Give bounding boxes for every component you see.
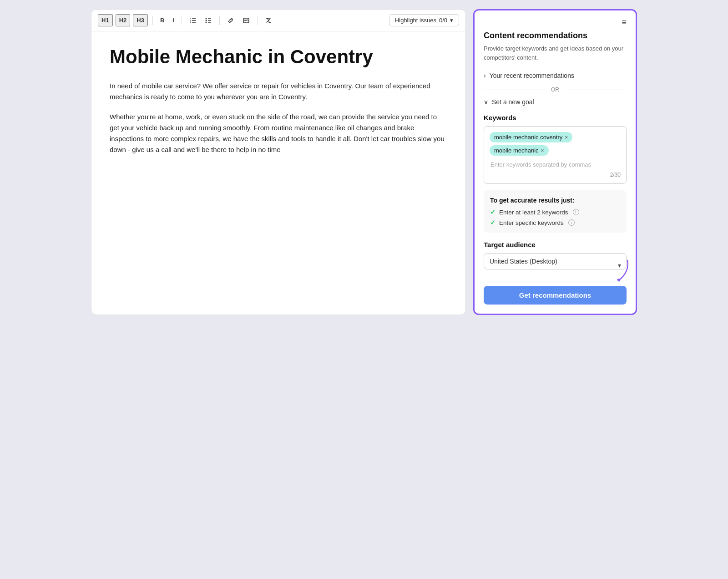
audience-select-wrap: United States (Desktop) United Kingdom (… xyxy=(484,253,627,278)
or-text: OR xyxy=(551,86,559,93)
article-title: Mobile Mechanic in Coventry xyxy=(110,46,447,68)
editor-panel: H1 H2 H3 B I 1 2 3 xyxy=(91,9,466,315)
highlight-issues-label: Highlight issues xyxy=(395,17,436,24)
toolbar-separator-3 xyxy=(219,16,220,25)
keyword-tag-2: mobile mechanic × xyxy=(490,145,549,156)
italic-button[interactable]: I xyxy=(170,15,177,25)
accuracy-item-2-text: Enter specific keywords xyxy=(499,219,564,226)
target-audience-label: Target audience xyxy=(484,241,627,249)
sidebar-title: Content recommendations xyxy=(484,31,627,41)
audience-select[interactable]: United States (Desktop) United Kingdom (… xyxy=(484,253,627,269)
sidebar-header: ≡ xyxy=(475,10,636,31)
chevron-down-icon: ∨ xyxy=(484,98,488,106)
keywords-box[interactable]: mobile mechanic coventry × mobile mechan… xyxy=(484,126,627,184)
editor-toolbar: H1 H2 H3 B I 1 2 3 xyxy=(91,10,465,31)
image-button[interactable] xyxy=(240,15,253,26)
svg-marker-14 xyxy=(617,278,620,282)
link-button[interactable] xyxy=(224,15,237,26)
accuracy-title: To get accurate results just: xyxy=(490,197,620,204)
keyword-input[interactable]: Enter keywords separated by commas xyxy=(490,159,621,170)
keyword-tags: mobile mechanic coventry × mobile mechan… xyxy=(490,132,621,156)
svg-text:3: 3 xyxy=(190,21,191,23)
keywords-label: Keywords xyxy=(484,114,627,122)
set-new-goal-row[interactable]: ∨ Set a new goal xyxy=(484,98,627,106)
divider-line-right xyxy=(564,90,627,90)
clear-format-button[interactable] xyxy=(262,15,275,26)
highlight-dropdown-icon: ▾ xyxy=(450,17,453,24)
keyword-tag-2-label: mobile mechanic xyxy=(494,147,539,154)
or-divider: OR xyxy=(484,86,627,93)
sidebar-panel: ≡ Content recommendations Provide target… xyxy=(473,9,637,315)
get-recommendations-button[interactable]: Get recommendations xyxy=(484,286,627,305)
sidebar-body: Content recommendations Provide target k… xyxy=(475,31,636,314)
recent-rec-label: Your recent recommendations xyxy=(490,72,574,79)
editor-content[interactable]: Mobile Mechanic in Coventry In need of m… xyxy=(91,31,465,259)
h1-button[interactable]: H1 xyxy=(98,14,113,26)
accuracy-item-2: ✓ Enter specific keywords i xyxy=(490,219,620,226)
article-paragraph-2: Whether you're at home, work, or even st… xyxy=(110,112,447,155)
keyword-tag-1: mobile mechanic coventry × xyxy=(490,132,572,142)
check-icon-2: ✓ xyxy=(490,219,495,226)
toolbar-separator-4 xyxy=(257,16,258,25)
keyword-tag-1-label: mobile mechanic coventry xyxy=(494,134,562,141)
divider-line-left xyxy=(484,90,546,90)
sidebar-menu-button[interactable]: ≡ xyxy=(620,16,628,29)
chevron-right-icon: › xyxy=(484,72,486,79)
info-icon-1[interactable]: i xyxy=(573,209,579,215)
accuracy-box: To get accurate results just: ✓ Enter at… xyxy=(484,190,627,233)
keyword-tag-1-remove[interactable]: × xyxy=(565,134,568,141)
main-container: H1 H2 H3 B I 1 2 3 xyxy=(91,9,637,315)
accuracy-item-1: ✓ Enter at least 2 keywords i xyxy=(490,208,620,216)
svg-point-8 xyxy=(205,20,207,21)
keyword-count: 2/30 xyxy=(490,172,621,178)
get-rec-container: Get recommendations xyxy=(484,286,627,305)
toolbar-separator-1 xyxy=(152,16,153,25)
info-icon-2[interactable]: i xyxy=(568,219,575,226)
svg-point-6 xyxy=(205,18,207,19)
h2-button[interactable]: H2 xyxy=(116,14,131,26)
keyword-tag-2-remove[interactable]: × xyxy=(541,147,544,154)
bold-button[interactable]: B xyxy=(157,15,167,25)
h3-button[interactable]: H3 xyxy=(133,14,148,26)
sidebar-subtitle: Provide target keywords and get ideas ba… xyxy=(484,44,627,62)
svg-point-10 xyxy=(205,21,207,23)
highlight-issues-count: 0/0 xyxy=(439,17,447,24)
check-icon-1: ✓ xyxy=(490,208,495,216)
unordered-list-button[interactable] xyxy=(202,15,215,26)
ordered-list-button[interactable]: 1 2 3 xyxy=(187,15,199,26)
accuracy-item-1-text: Enter at least 2 keywords xyxy=(499,209,568,216)
set-goal-label: Set a new goal xyxy=(492,98,534,106)
recent-recommendations-row[interactable]: › Your recent recommendations xyxy=(484,70,627,81)
article-paragraph-1: In need of mobile car service? We offer … xyxy=(110,81,447,102)
toolbar-separator-2 xyxy=(182,16,182,25)
highlight-issues-button[interactable]: Highlight issues 0/0 ▾ xyxy=(389,14,459,26)
